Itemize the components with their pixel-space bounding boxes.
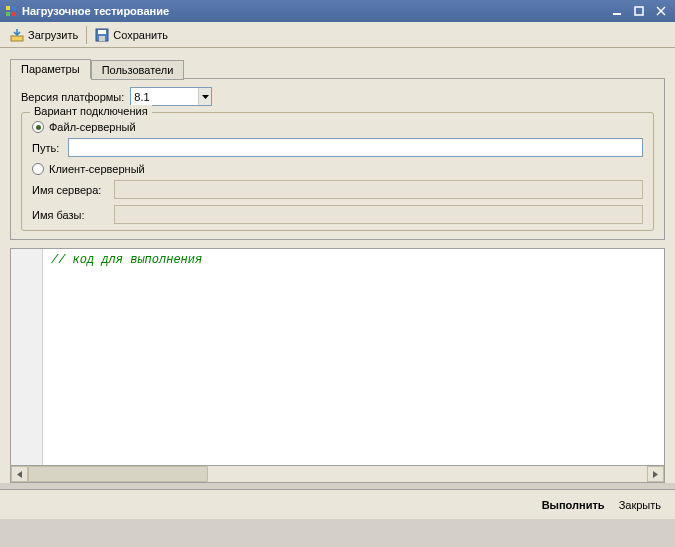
close-footer-button[interactable]: Закрыть [619,499,661,511]
close-button[interactable] [653,4,669,18]
execute-button[interactable]: Выполнить [542,499,605,511]
svg-rect-10 [98,30,106,34]
server-name-input [114,180,643,199]
radio-client-server[interactable]: Клиент-серверный [32,163,643,175]
scroll-track[interactable] [28,466,647,482]
base-name-input [114,205,643,224]
horizontal-scrollbar[interactable] [10,466,665,483]
window-controls [609,4,669,18]
svg-rect-11 [99,36,105,41]
code-content[interactable]: // код для выполнения [43,249,210,465]
chevron-down-icon [202,95,209,99]
content-area: Параметры Пользователи Версия платформы:… [0,48,675,483]
path-label: Путь: [32,142,62,154]
svg-rect-2 [6,12,10,16]
save-label: Сохранить [113,29,168,41]
tab-parameters-label: Параметры [21,63,80,75]
minimize-button[interactable] [609,4,625,18]
save-button[interactable]: Сохранить [89,26,174,44]
load-button[interactable]: Загрузить [4,26,84,44]
radio-client-server-input[interactable] [32,163,44,175]
tab-bar: Параметры Пользователи [10,59,665,79]
save-icon [95,28,109,42]
path-input[interactable] [68,138,643,157]
window-title: Нагрузочное тестирование [22,5,609,17]
maximize-button[interactable] [631,4,647,18]
footer: Выполнить Закрыть [0,489,675,519]
svg-rect-4 [613,13,621,15]
base-name-label: Имя базы: [32,209,108,221]
svg-rect-3 [12,12,16,16]
fieldset-legend: Вариант подключения [30,105,152,117]
svg-rect-5 [635,7,643,15]
chevron-right-icon [653,471,658,478]
tab-users-label: Пользователи [102,64,174,76]
code-gutter [11,249,43,465]
load-label: Загрузить [28,29,78,41]
scroll-right-button[interactable] [647,466,664,482]
platform-version-combo[interactable] [130,87,212,106]
tab-parameters[interactable]: Параметры [10,59,91,79]
code-editor[interactable]: // код для выполнения [10,248,665,466]
toolbar-separator [86,26,87,44]
radio-file-server[interactable]: Файл-серверный [32,121,643,133]
svg-rect-0 [6,6,10,10]
load-icon [10,28,24,42]
platform-version-input[interactable] [131,88,198,105]
svg-rect-8 [11,36,23,41]
toolbar: Загрузить Сохранить [0,22,675,48]
radio-file-server-input[interactable] [32,121,44,133]
scroll-left-button[interactable] [11,466,28,482]
radio-file-server-label: Файл-серверный [49,121,136,133]
platform-version-label: Версия платформы: [21,91,124,103]
scroll-thumb[interactable] [28,466,208,482]
connection-fieldset: Вариант подключения Файл-серверный Путь:… [21,112,654,231]
tab-users[interactable]: Пользователи [91,60,185,80]
titlebar: Нагрузочное тестирование [0,0,675,22]
dropdown-button[interactable] [198,88,211,105]
app-icon [4,4,18,18]
chevron-left-icon [17,471,22,478]
server-name-label: Имя сервера: [32,184,108,196]
svg-rect-1 [12,6,16,10]
parameters-panel: Версия платформы: Вариант подключения Фа… [10,78,665,240]
radio-client-server-label: Клиент-серверный [49,163,145,175]
